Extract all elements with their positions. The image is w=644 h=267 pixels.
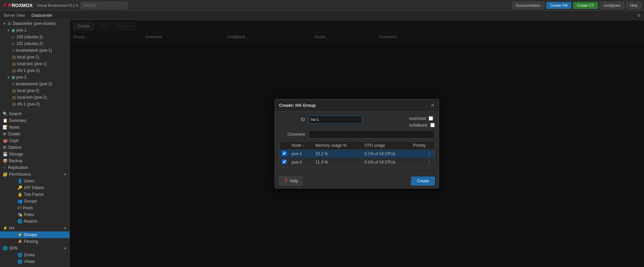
col-cpu[interactable]: CPU usage: [362, 141, 411, 150]
create-confirm-button[interactable]: Create: [411, 177, 435, 185]
user-button[interactable]: root@pam: [600, 2, 625, 9]
priority-spinner-icon[interactable]: ⋮: [427, 160, 432, 165]
sidebar-item-ha-fencing[interactable]: ⚡ Fencing: [0, 238, 69, 245]
pools-icon: 🏷: [17, 206, 21, 210]
row-check-cell[interactable]: [279, 149, 289, 158]
help-button[interactable]: Help: [626, 2, 641, 9]
node-name: pve-2: [289, 158, 313, 166]
sidebar-item-locallvm-pve1[interactable]: ▤ local-lvm (pve-1): [0, 60, 69, 67]
sidebar-item-ha-groups[interactable]: ⚡ Groups: [0, 231, 69, 238]
users-label: Users: [24, 179, 34, 183]
permissions-icon: 🔐: [3, 172, 8, 177]
sidebar-item-locallvm-pve2[interactable]: ▤ local-lvm (pve-2): [0, 94, 69, 101]
sidebar-item-localnetwork-pve2[interactable]: ≡ localnetwork (pve-2): [0, 81, 69, 87]
node-memory: 11.3 %: [313, 158, 362, 166]
col-priority[interactable]: Priority: [411, 141, 434, 150]
sidebar-item-storage[interactable]: 💾 Storage: [0, 151, 69, 158]
restricted-row: restricted:: [409, 116, 435, 121]
node-pve2-checkbox[interactable]: [282, 160, 286, 164]
datacenter-title: Datacenter: [32, 13, 53, 18]
sidebar-item-users[interactable]: 👤 Users: [0, 178, 69, 184]
row-check-cell[interactable]: [279, 158, 289, 166]
sidebar-item-pools[interactable]: 🏷 Pools: [0, 205, 69, 211]
col-check: [279, 141, 289, 150]
restricted-checkbox[interactable]: [429, 116, 433, 121]
sidebar-item-ha[interactable]: ⚡ HA ▼: [0, 225, 69, 231]
sidebar-item-options[interactable]: ⚙ Options: [0, 144, 69, 151]
svg-text:P: P: [8, 3, 11, 8]
nofailback-checkbox[interactable]: [430, 123, 435, 127]
datacenter-expand-arrow: ▼: [3, 22, 6, 26]
sidebar-item-realms[interactable]: 🌐 Realms: [0, 218, 69, 225]
create-vm-button[interactable]: Create VM: [546, 2, 572, 9]
sidebar-item-backup[interactable]: 📦 Backup: [0, 158, 69, 164]
sidebar-item-zfs1-pve2[interactable]: ▤ zfs-1 (pve-2): [0, 101, 69, 107]
topbar-search-input[interactable]: [80, 2, 127, 9]
sidebar-item-replication[interactable]: ↔ Replication: [0, 164, 69, 171]
sidebar-item-notes[interactable]: 📝 Notes: [0, 124, 69, 131]
comment-row: Comment:: [279, 130, 435, 138]
node-pve1-checkbox[interactable]: [282, 151, 286, 155]
sidebar-item-vm101[interactable]: ▷ 101 (ubuntu-2): [0, 40, 69, 47]
sidebar-item-summary[interactable]: 📋 Summary: [0, 117, 69, 124]
sidebar-item-localnetwork-pve1[interactable]: ≡ localnetwork (pve-1): [0, 47, 69, 54]
create-ct-button[interactable]: Create CT: [573, 2, 598, 9]
options-label: Options: [8, 145, 21, 150]
help-button-modal[interactable]: ❓ Help: [279, 177, 303, 185]
pve1-node-icon: ▣: [11, 28, 15, 33]
roles-label: Roles: [24, 212, 34, 217]
sidebar-item-pve2[interactable]: ▼ ▣ pve-2: [0, 74, 69, 81]
sidebar-item-pve1[interactable]: ▼ ▣ pve-1: [0, 27, 69, 34]
sidebar-item-sdn-zones[interactable]: 🌐 Zones: [0, 252, 69, 258]
vm100-icon: ▷: [12, 35, 15, 39]
groups-perm-label: Groups: [24, 199, 37, 204]
modal-title: Create: HA Group: [279, 103, 316, 108]
sidebar-item-groups[interactable]: 👥 Groups: [0, 198, 69, 205]
sidebar-item-sdn-vnets[interactable]: 🌐 VNets: [0, 258, 69, 265]
backup-icon: 📦: [3, 159, 8, 163]
documentation-button[interactable]: Documentation: [512, 2, 544, 9]
replication-label: Replication: [8, 165, 28, 170]
modal-close-button[interactable]: ✕: [430, 102, 435, 108]
sidebar-item-vm100[interactable]: ▷ 100 (ubuntu-1): [0, 34, 69, 40]
sdn-zones-label: Zones: [24, 253, 35, 257]
node-priority[interactable]: ⋮: [411, 149, 434, 158]
sidebar-item-ceph[interactable]: 🐙 Ceph: [0, 137, 69, 144]
node-cpu: 0.1% of 16 CPUs: [362, 149, 411, 158]
two-factor-icon: 🔒: [17, 192, 22, 197]
gear-icon[interactable]: ⚙: [637, 13, 641, 18]
sdn-label: SDN: [9, 246, 62, 251]
sidebar-item-search[interactable]: 🔍 Search: [0, 110, 69, 117]
sidebar-item-api-tokens[interactable]: 🔑 API Tokens: [0, 184, 69, 191]
secondbar-left: Server View Datacenter: [3, 13, 53, 18]
ceph-label: Ceph: [9, 138, 19, 143]
priority-spinner-icon[interactable]: ⋮: [427, 151, 432, 157]
permissions-label: Permissions: [9, 172, 62, 177]
sidebar-item-cluster[interactable]: ⚙ Cluster: [0, 131, 69, 137]
logo-x-icon: ✕: [3, 2, 7, 8]
local-pve1-icon: ▤: [12, 55, 16, 59]
sdn-zones-icon: 🌐: [17, 253, 22, 257]
sidebar-item-datacenter[interactable]: ▼ 🖧 Datacenter (pve-cluster): [0, 20, 69, 27]
sdn-icon: 🌐: [3, 246, 8, 251]
sidebar-item-two-factor[interactable]: 🔒 Two Factor: [0, 191, 69, 198]
node-priority[interactable]: ⋮: [411, 158, 434, 166]
vm101-icon: ▷: [12, 41, 15, 46]
node-table-body: pve-1 23.2 % 0.1% of 16 CPUs ⋮: [279, 149, 434, 166]
node-table-wrap: Node Memory usage % CPU usage Priority p…: [279, 141, 435, 167]
zfs1-pve1-icon: ▤: [12, 68, 16, 73]
sidebar-item-zfs1-pve1[interactable]: ▤ zfs-1 (pve-1): [0, 67, 69, 74]
col-node[interactable]: Node: [289, 141, 313, 150]
ha-icon: ⚡: [3, 226, 8, 230]
help-icon: ❓: [283, 179, 288, 183]
sdn-vnets-label: VNets: [24, 259, 35, 264]
sidebar-item-permissions[interactable]: 🔐 Permissions ▼: [0, 171, 69, 178]
sidebar-item-sdn[interactable]: 🌐 SDN ▼: [0, 245, 69, 252]
sidebar-item-local-pve2[interactable]: ▤ local (pve-2): [0, 87, 69, 94]
locallvm-pve1-icon: ▤: [12, 61, 16, 66]
sidebar-item-local-pve1[interactable]: ▤ local (pve-1): [0, 54, 69, 60]
col-memory[interactable]: Memory usage %: [313, 141, 362, 150]
comment-input[interactable]: [309, 130, 435, 138]
sidebar-item-roles[interactable]: 🎭 Roles: [0, 211, 69, 218]
id-input[interactable]: [309, 116, 362, 124]
